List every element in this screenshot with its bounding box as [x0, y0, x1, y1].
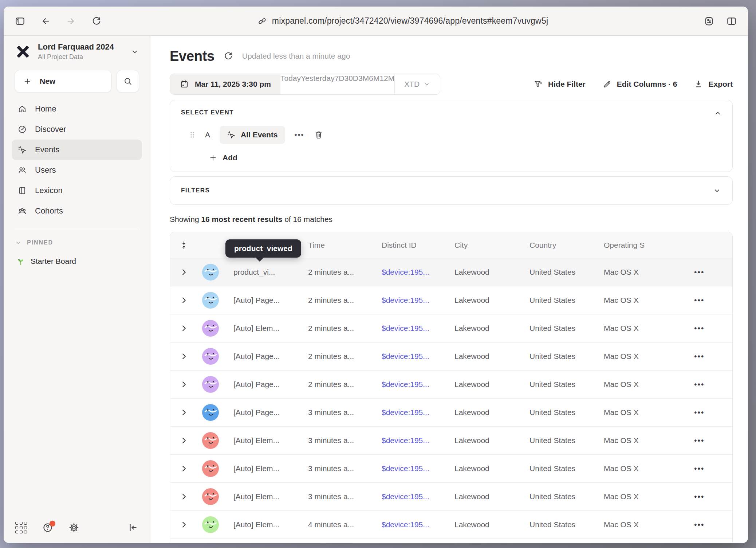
distinct-id-link[interactable]: $device:195... [371, 296, 444, 305]
expand-row-chevron-right-icon[interactable] [170, 324, 198, 333]
help-icon[interactable] [42, 522, 53, 533]
expand-row-chevron-right-icon[interactable] [170, 520, 198, 529]
gear-icon[interactable] [68, 522, 79, 533]
refresh-icon[interactable] [223, 51, 233, 61]
distinct-id-link[interactable]: $device:195... [371, 436, 444, 445]
collapse-rows-icon[interactable] [170, 240, 198, 250]
edit-columns-button[interactable]: Edit Columns · 6 [602, 79, 677, 89]
add-event-button[interactable]: Add [209, 153, 721, 162]
reload-icon[interactable] [91, 16, 102, 27]
table-row[interactable]: [Auto] Elem... 2 minutes a... $device:19… [170, 314, 732, 342]
distinct-id-link[interactable]: $device:195... [371, 408, 444, 417]
back-icon[interactable] [40, 16, 51, 27]
distinct-id-link[interactable]: $device:195... [371, 324, 444, 333]
sidebar-item-cohorts[interactable]: Cohorts [12, 201, 142, 221]
column-header-os[interactable]: Operating S [594, 241, 666, 250]
distinct-id-link[interactable]: $device:195... [371, 464, 444, 473]
date-picker-button[interactable]: Mar 11, 2025 3:30 pm [170, 74, 280, 94]
expand-row-chevron-right-icon[interactable] [170, 267, 198, 277]
event-name[interactable]: product_vi... [223, 268, 298, 277]
event-name[interactable]: [Auto] Elem... [223, 436, 298, 445]
sidebar-item-home[interactable]: Home [12, 99, 142, 119]
row-more-button[interactable]: ••• [666, 268, 732, 277]
row-more-button[interactable]: ••• [666, 352, 732, 361]
forward-icon[interactable] [66, 16, 76, 27]
distinct-id-link[interactable]: $device:195... [371, 520, 444, 529]
table-row[interactable]: [Auto] Elem... 4 minutes a... $device:19… [170, 511, 732, 539]
date-segment-button[interactable]: 6M [369, 74, 379, 94]
event-name[interactable]: [Auto] Page... [223, 408, 298, 417]
distinct-id-link[interactable]: $device:195... [371, 268, 444, 277]
row-more-button[interactable]: ••• [666, 380, 732, 389]
column-header-distinct-id[interactable]: Distinct ID [371, 241, 444, 250]
filters-panel[interactable]: FILTERS [170, 176, 733, 205]
row-more-button[interactable]: ••• [666, 465, 732, 473]
distinct-id-link[interactable]: $device:195... [371, 380, 444, 389]
expand-row-chevron-right-icon[interactable] [170, 352, 198, 361]
date-segment-button[interactable]: 12M [379, 74, 394, 94]
table-row[interactable]: [Auto] Elem... 3 minutes a... $device:19… [170, 455, 732, 483]
distinct-id-link[interactable]: $device:195... [371, 492, 444, 501]
export-button[interactable]: Export [694, 79, 733, 89]
sidebar-item-lexicon[interactable]: Lexicon [12, 180, 142, 201]
split-view-icon[interactable] [726, 16, 737, 27]
expand-row-chevron-right-icon[interactable] [170, 408, 198, 417]
row-more-button[interactable]: ••• [666, 521, 732, 529]
event-name[interactable]: [Auto] Elem... [223, 324, 298, 333]
expand-row-chevron-right-icon[interactable] [170, 295, 198, 305]
chevron-down-icon[interactable] [713, 186, 721, 195]
date-segment-button[interactable]: 30D [344, 74, 359, 94]
row-more-button[interactable]: ••• [666, 493, 732, 501]
table-row[interactable]: [Auto] Elem... 3 minutes a... $device:19… [170, 427, 732, 455]
drag-handle-icon[interactable] [189, 130, 196, 139]
sidebar-item-discover[interactable]: Discover [12, 119, 142, 140]
table-row[interactable]: product_vi... 2 minutes a... $device:195… [170, 258, 732, 286]
column-header-time[interactable]: Time [298, 241, 371, 250]
event-name[interactable]: [Auto] Page... [223, 380, 298, 389]
expand-row-chevron-right-icon[interactable] [170, 492, 198, 501]
date-segment-button[interactable]: 7D [335, 74, 344, 94]
search-button[interactable] [117, 70, 139, 93]
pinned-section-toggle[interactable]: PINNED [15, 239, 139, 246]
sidebar-toggle-icon[interactable] [15, 16, 25, 27]
event-name[interactable]: [Auto] Page... [223, 352, 298, 361]
table-row[interactable]: [Auto] Elem... 3 minutes a... $device:19… [170, 483, 732, 511]
trash-icon[interactable] [314, 130, 323, 140]
expand-row-chevron-right-icon[interactable] [170, 464, 198, 473]
event-name[interactable]: [Auto] Elem... [223, 520, 298, 529]
table-row[interactable]: [Auto] Page... 2 minutes a... $device:19… [170, 286, 732, 314]
event-name[interactable]: [Auto] Elem... [223, 492, 298, 501]
address-bar[interactable]: mixpanel.com/project/3472420/view/397469… [102, 16, 704, 26]
sidebar-item-users[interactable]: Users [12, 160, 142, 180]
row-more-button[interactable]: ••• [666, 408, 732, 417]
new-button[interactable]: New [15, 70, 111, 93]
column-header-city[interactable]: City [444, 241, 519, 250]
apps-grid-icon[interactable] [15, 522, 27, 533]
workspace-switcher[interactable]: Lord Farquaad 2024 All Project Data [4, 42, 150, 61]
table-row[interactable]: [Auto] Page... 2 minutes a... $device:19… [170, 371, 732, 399]
sidebar-item-starter-board[interactable]: Starter Board [16, 257, 150, 266]
row-more-button[interactable]: ••• [666, 324, 732, 333]
chevron-up-icon[interactable] [713, 109, 722, 118]
sidebar-item-events[interactable]: Events [12, 140, 142, 160]
collapse-sidebar-icon[interactable] [127, 522, 138, 533]
row-more-button[interactable]: ••• [666, 296, 732, 305]
date-segment-button[interactable]: Today [280, 74, 301, 94]
date-segment-xtd-button[interactable]: XTD [394, 74, 440, 94]
expand-row-chevron-right-icon[interactable] [170, 380, 198, 389]
table-row[interactable]: [Auto] Page... 2 minutes a... $device:19… [170, 342, 732, 371]
all-events-chip[interactable]: All Events [220, 126, 285, 144]
table-row[interactable]: [Auto] Page... 3 minutes a... $device:19… [170, 399, 732, 427]
column-header-country[interactable]: Country [519, 241, 594, 250]
date-segment-button[interactable]: Yesterday [301, 74, 335, 94]
table-row[interactable] [170, 539, 732, 543]
row-more-button[interactable]: ••• [666, 437, 732, 445]
date-segment-button[interactable]: 3M [358, 74, 369, 94]
distinct-id-link[interactable]: $device:195... [371, 352, 444, 361]
sliders-icon[interactable] [704, 16, 714, 27]
event-name[interactable]: [Auto] Page... [223, 296, 298, 305]
expand-row-chevron-right-icon[interactable] [170, 436, 198, 445]
more-options-button[interactable]: ••• [295, 131, 304, 139]
event-name[interactable]: [Auto] Elem... [223, 464, 298, 473]
hide-filter-button[interactable]: Hide Filter [533, 79, 586, 89]
